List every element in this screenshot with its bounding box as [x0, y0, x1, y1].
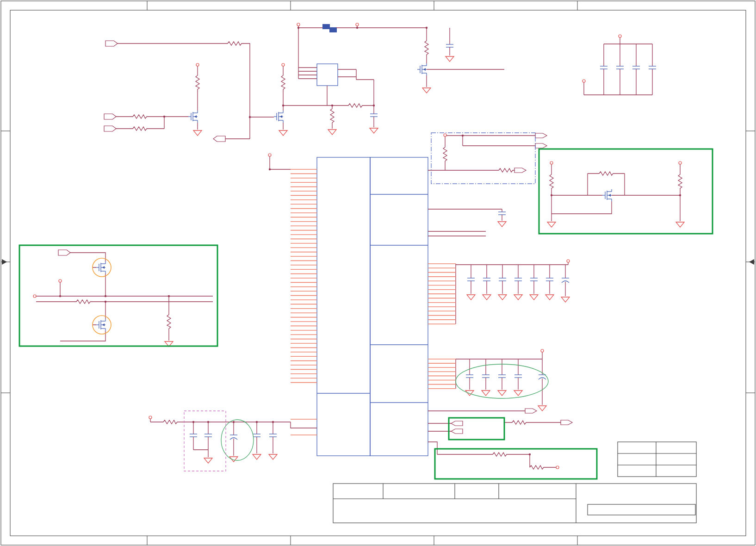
ground-symbol: [676, 222, 684, 227]
capacitor: [514, 265, 522, 294]
junction-dot: [297, 27, 299, 29]
ground-symbol: [253, 454, 261, 459]
wires: [36, 26, 680, 467]
wires-top-middle: [283, 26, 504, 129]
terminal-circle: [268, 154, 271, 156]
resistor: [163, 420, 177, 424]
ground-symbol: [269, 454, 277, 459]
resistor: [493, 453, 507, 456]
capacitor: [269, 422, 277, 453]
ground-symbols-layer: [165, 56, 684, 463]
resistor: [599, 172, 613, 175]
capacitor: [498, 359, 506, 390]
resistor: [348, 104, 362, 107]
resistor: [425, 41, 428, 55]
terminal-circle: [556, 466, 559, 469]
wires-green-box-right: [552, 164, 680, 221]
main-ic-right-block: [370, 157, 428, 456]
capacitor: [467, 265, 475, 294]
ground-symbol: [446, 56, 454, 62]
polarized-capacitor: [562, 265, 569, 296]
resistor: [133, 127, 147, 130]
junction-dot: [249, 116, 251, 118]
port-arrow-right: [535, 143, 547, 148]
terminal-circle: [356, 23, 359, 26]
terminal-circle: [582, 80, 585, 82]
ground-symbol: [204, 458, 212, 463]
ground-symbol: [467, 295, 475, 300]
ground-symbol: [193, 130, 202, 136]
junction-dot: [331, 105, 333, 106]
ground-symbol: [498, 222, 506, 227]
ground-symbol: [483, 295, 491, 300]
terminal-circle: [149, 416, 152, 419]
port-arrow-right: [535, 133, 547, 138]
fuse-component: [322, 24, 337, 32]
capacitor: [482, 359, 490, 390]
zone-ticks-layer: [1, 1, 755, 545]
mosfet: [274, 111, 283, 123]
capacitors-layer: [190, 28, 656, 456]
ground-symbol: [545, 295, 554, 300]
junction-dot: [59, 295, 61, 297]
port-arrow-left: [451, 429, 463, 434]
schematic-canvas: [0, 0, 756, 546]
port-arrow-right: [525, 409, 537, 413]
capacitor: [204, 422, 212, 450]
mosfet: [417, 63, 427, 75]
capacitor: [466, 359, 473, 390]
port-tag-left: [213, 136, 225, 142]
mosfets-layer: [96, 63, 612, 331]
resistor: [550, 174, 553, 188]
ground-symbol: [482, 391, 490, 396]
junction-dot: [282, 105, 284, 106]
revision-table: [618, 442, 696, 477]
sheet-frame: [1, 1, 755, 545]
ground-symbol: [328, 130, 336, 135]
junction-dot: [272, 421, 274, 423]
highlight-box-green: [19, 245, 217, 346]
terminal-circle: [196, 63, 199, 66]
title-block-subcell: [588, 504, 695, 515]
polarized-capacitor: [230, 422, 237, 456]
resistor: [443, 147, 447, 161]
ground-symbol: [498, 391, 506, 396]
resistor: [530, 465, 544, 469]
junction-dot: [426, 27, 428, 29]
ground-symbol: [422, 88, 431, 93]
port-symbols-layer: [58, 41, 572, 434]
highlight-box-dashdot: [431, 133, 535, 184]
junction-dot: [462, 135, 464, 136]
highlight-box-green: [539, 149, 713, 234]
capacitor: [600, 44, 607, 95]
resistor: [499, 168, 513, 172]
terminal-circle: [282, 63, 285, 66]
port-tag-right: [58, 250, 70, 255]
terminal-circle: [619, 35, 621, 37]
junction-dot: [207, 421, 209, 423]
port-arrow-right: [561, 420, 572, 425]
ground-symbol: [561, 297, 570, 302]
port-tag-right: [104, 126, 116, 131]
ground-symbol: [370, 128, 378, 133]
capacitor: [190, 422, 197, 450]
regulator-ic: [317, 64, 338, 86]
wires-left-green-box: [36, 253, 213, 341]
junction-dot: [356, 27, 358, 29]
wires-power-rails: [456, 262, 568, 389]
highlight-box-dashed-pink: [184, 411, 226, 471]
terminal-circle: [444, 134, 446, 136]
capacitor: [370, 105, 378, 127]
terminal-circle: [567, 260, 570, 262]
capacitor: [446, 28, 453, 56]
resistor: [76, 300, 90, 304]
junction-dot: [551, 194, 552, 196]
terminal-circle: [33, 295, 36, 298]
port-tag-right: [104, 114, 116, 119]
junction-dot: [168, 295, 170, 297]
ground-symbol: [279, 130, 287, 136]
capacitor: [546, 265, 553, 294]
ground-symbol: [547, 222, 556, 227]
junction-dot: [105, 301, 106, 303]
junction-dot: [679, 194, 681, 196]
